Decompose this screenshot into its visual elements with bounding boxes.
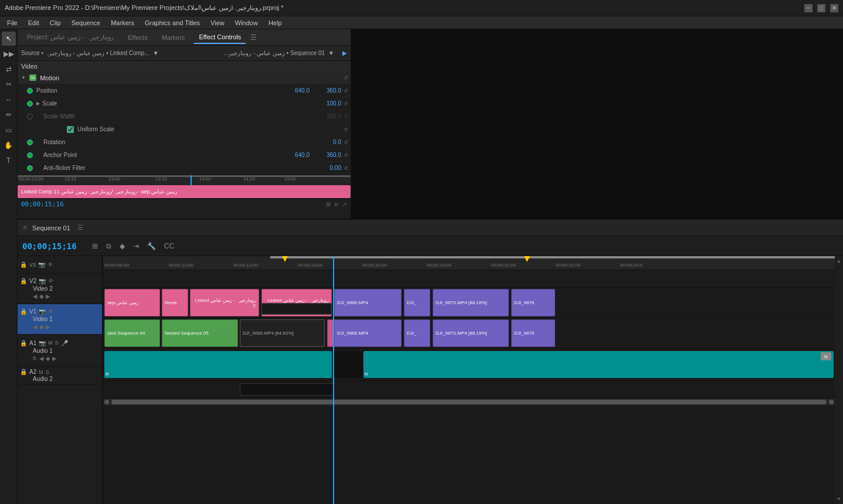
v1-next[interactable]: ▶ <box>46 323 50 330</box>
type-tool[interactable]: T <box>2 154 16 168</box>
rotation-value[interactable]: 0.0 <box>312 139 341 145</box>
scroll-up[interactable]: ▲ <box>837 258 841 264</box>
sequence-menu-icon[interactable]: ☰ <box>77 224 83 231</box>
v1-eye[interactable]: 👁 <box>48 308 54 315</box>
anchor-x[interactable]: 640.0 <box>280 152 310 158</box>
v2-clip-7[interactable]: DJI_067S.MP4 [88.19%] <box>433 289 509 316</box>
selection-tool[interactable]: ↖ <box>2 32 16 46</box>
antiflicker-reset[interactable]: ↺ <box>344 165 348 171</box>
tab-effect-controls[interactable]: Effect Controls <box>194 31 246 44</box>
a1-prev2[interactable]: ◀ <box>39 355 44 362</box>
pen-tool[interactable]: ✏ <box>2 108 16 122</box>
v2-clip-2[interactable]: Neste <box>162 289 188 316</box>
snap-btn[interactable]: ⊞ <box>90 241 100 251</box>
menu-sequence[interactable]: Sequence <box>67 18 106 28</box>
tools-btn[interactable]: 🔧 <box>145 241 158 251</box>
timeline-timecode[interactable]: 00;00;15;16 <box>22 241 77 251</box>
captions-btn[interactable]: CC <box>162 241 176 251</box>
scrollbar-thumb[interactable] <box>111 400 827 404</box>
ripple-delete-btn[interactable]: ⇥ <box>131 241 141 251</box>
uniform-scale-reset[interactable]: ↺ <box>344 127 348 132</box>
scroll-down[interactable]: ▼ <box>837 496 841 502</box>
rotation-reset[interactable]: ↺ <box>344 139 348 145</box>
a1-lock[interactable]: 🔒 <box>20 340 27 346</box>
razor-tool[interactable]: ✂ <box>2 77 16 91</box>
antiflicker-value[interactable]: 0.00 <box>312 165 341 171</box>
v1-add[interactable]: ◆ <box>39 323 44 330</box>
rectangle-tool[interactable]: ▭ <box>2 123 16 137</box>
a1-s[interactable]: S <box>55 340 59 346</box>
v2-lock[interactable]: 🔒 <box>20 278 27 284</box>
v2-clip-3[interactable]: روبنارجیرہ - زمین عباس Linked C <box>190 289 259 316</box>
ec-settings-icon[interactable]: ⊳ <box>334 201 339 207</box>
menu-window[interactable]: Window <box>230 18 263 28</box>
antiflicker-stopwatch[interactable] <box>27 165 33 171</box>
close-button[interactable]: ✕ <box>830 4 838 12</box>
scale-width-reset[interactable]: ↺ <box>344 114 348 120</box>
v1-clip-2[interactable]: Nested Sequence 05 <box>162 319 238 347</box>
v2-add[interactable]: ◆ <box>39 293 44 299</box>
tab-effects[interactable]: Effects <box>123 32 152 43</box>
linked-btn[interactable]: ⧉ <box>104 241 114 251</box>
menu-edit[interactable]: Edit <box>23 18 44 28</box>
sequence-dropdown[interactable]: ▼ <box>328 50 334 56</box>
motion-reset-icon[interactable]: ↺ <box>344 75 348 81</box>
ec-filter-icon[interactable]: ⊞ <box>326 201 331 207</box>
v3-eye[interactable]: 👁 <box>47 261 53 268</box>
v1-lock[interactable]: 🔒 <box>20 308 27 315</box>
ec-play-btn[interactable]: ▶ <box>342 50 347 56</box>
uniform-scale-checkbox[interactable] <box>67 126 74 133</box>
scale-stopwatch[interactable] <box>27 101 33 107</box>
position-reset[interactable]: ↺ <box>344 88 348 94</box>
menu-markers[interactable]: Markers <box>106 18 139 28</box>
playhead-ruler[interactable] <box>333 256 334 270</box>
v2-clip-6[interactable]: DJI_ <box>404 289 430 316</box>
scale-reset[interactable]: ↺ <box>344 101 348 107</box>
v1-clip-3[interactable]: DJI_0666.MP4 [84.62%] <box>240 319 325 347</box>
timeline-close-icon[interactable]: ✕ <box>22 224 28 231</box>
a1-mic[interactable]: 📷 <box>39 340 46 346</box>
v1-clip-1[interactable]: sted Sequence 04 <box>104 319 160 347</box>
a1-m[interactable]: M <box>48 340 53 346</box>
position-stopwatch[interactable] <box>27 88 33 94</box>
v3-lock[interactable]: 🔒 <box>20 261 27 268</box>
ripple-edit-tool[interactable]: ⇄ <box>2 62 16 76</box>
scale-value[interactable]: 100.0 <box>312 100 341 107</box>
tab-project[interactable]: Project: روبنارجیرہ - زمین عباس <box>22 31 118 43</box>
minimize-button[interactable]: ─ <box>804 4 813 12</box>
a2-lock[interactable]: 🔒 <box>20 369 27 375</box>
v2-camera[interactable]: 📷 <box>39 278 46 284</box>
a1-next2[interactable]: ▶ <box>52 355 57 362</box>
timeline-h-scrollbar[interactable] <box>103 399 835 406</box>
v2-clip-8[interactable]: DJI_0676 <box>511 289 555 316</box>
motion-toggle[interactable]: ▼ <box>21 75 26 80</box>
source-dropdown[interactable]: ▼ <box>153 50 159 56</box>
menu-view[interactable]: View <box>206 18 229 28</box>
v1-prev[interactable]: ◀ <box>33 323 38 330</box>
v1-clip-8[interactable]: DJI_0676 <box>511 319 555 347</box>
v2-prev[interactable]: ◀ <box>33 293 38 299</box>
menu-clip[interactable]: Clip <box>45 18 66 28</box>
v1-camera[interactable]: 📷 <box>39 308 46 315</box>
position-x[interactable]: 640.0 <box>280 87 310 94</box>
track-select-tool[interactable]: ▶▶ <box>2 47 16 61</box>
v1-clip-7[interactable]: DJI_067S.MP4 [88.19%] <box>433 319 509 347</box>
v2-next[interactable]: ▶ <box>46 293 50 299</box>
ec-expand-icon[interactable]: ⤢ <box>342 201 347 207</box>
v2-clip-1[interactable]: زمین عباس.aep <box>104 289 160 316</box>
a1-mic2[interactable]: 🎤 <box>61 340 68 346</box>
menu-help[interactable]: Help <box>264 18 287 28</box>
a2-m[interactable]: M <box>39 369 43 375</box>
position-y[interactable]: 360.0 <box>312 87 341 94</box>
v2-clip-5[interactable]: DJI_0666.MP4 <box>334 289 402 316</box>
timeline-ruler[interactable]: 00;00;08;00 00;00;10;00 00;00;12;00 00;0… <box>103 256 835 270</box>
anchor-reset[interactable]: ↺ <box>344 152 348 158</box>
markers-btn[interactable]: ◆ <box>117 241 127 251</box>
v1-clip-5[interactable]: DJI_0666.MP4 <box>334 319 402 347</box>
v1-clip-6[interactable]: DJI_ <box>404 319 430 347</box>
anchor-stopwatch[interactable] <box>27 152 33 158</box>
pink-clip-bar[interactable]: زمین عباس.aep - روبنارجیرہ/روبنارجیرہ زم… <box>18 185 351 198</box>
v2-eye[interactable]: 👁 <box>48 278 54 284</box>
hand-tool[interactable]: ✋ <box>2 138 16 152</box>
rotation-stopwatch[interactable] <box>27 139 33 145</box>
